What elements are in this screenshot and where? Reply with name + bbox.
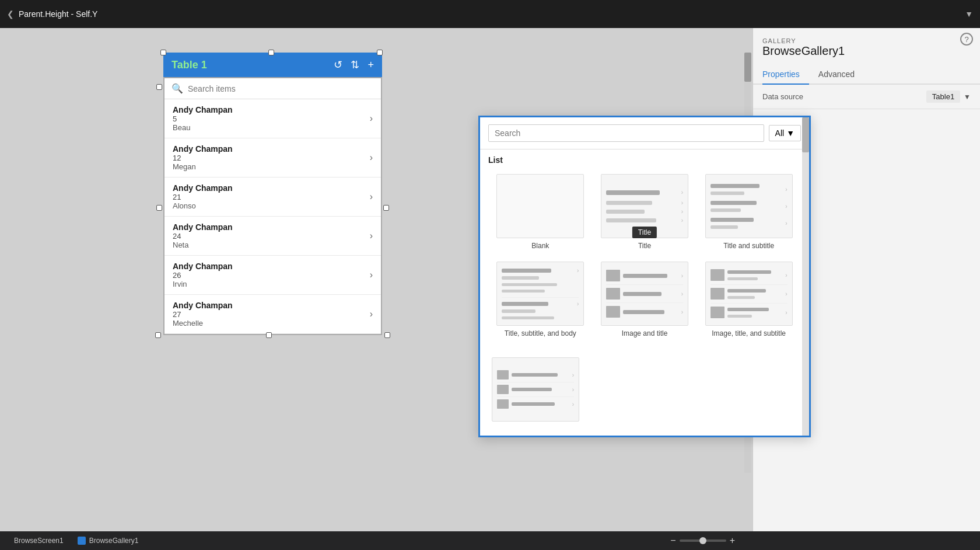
layout-image-title[interactable]: › › [593, 256, 697, 343]
gallery-body: 🔍 Andy Champan 5 Beau › Andy Champan 12 [163, 77, 382, 335]
scroll-thumb[interactable] [744, 53, 751, 82]
layout-title[interactable]: › › › › [593, 168, 697, 256]
zoom-plus-btn[interactable]: + [730, 535, 735, 546]
title-label: Title [638, 242, 651, 250]
gallery-tab-icon [78, 537, 86, 545]
datasource-dropdown-icon[interactable]: ▼ [964, 93, 971, 101]
picker-scroll-thumb[interactable] [802, 117, 809, 152]
add-icon[interactable]: + [368, 59, 374, 71]
layout-blank[interactable]: Blank [488, 168, 593, 256]
layout-title-subtitle[interactable]: › › [696, 168, 801, 256]
handle-br[interactable] [384, 332, 390, 338]
picker-scrollbar[interactable] [802, 117, 809, 436]
handle-tl[interactable] [160, 50, 166, 55]
title-subtitle-body-thumb: › › [496, 262, 584, 326]
search-input[interactable] [188, 84, 374, 93]
chevron-right-icon: › [370, 152, 373, 163]
gallery-tab[interactable]: BrowseGallery1 [71, 534, 146, 547]
blank-label: Blank [531, 242, 549, 250]
chevron-right-icon: › [370, 231, 373, 241]
formula-dropdown-icon[interactable]: ▼ [965, 9, 973, 19]
list-item[interactable]: Andy Champan 26 Irvin › [164, 256, 381, 295]
blank-thumb [496, 174, 584, 238]
layout-title-subtitle-body[interactable]: › › Title, subtitle, and body [488, 256, 593, 343]
handle-tr[interactable] [377, 50, 383, 55]
gallery-tab-label: BrowseGallery1 [89, 537, 139, 545]
zoom-controls: − + [670, 535, 735, 546]
list-item[interactable]: Andy Champan 27 Mechelle › [164, 295, 381, 334]
title-subtitle-label: Title and subtitle [723, 242, 774, 250]
panel-tabs: Properties Advanced [753, 65, 980, 85]
handle-tm[interactable] [268, 50, 274, 55]
picker-section-label: List [480, 149, 809, 168]
gallery-title: Table 1 [172, 59, 207, 71]
zoom-minus-btn[interactable]: − [670, 535, 676, 546]
panel-title: BrowseGallery1 [762, 44, 971, 58]
title-tooltip: Title [632, 227, 657, 238]
formula-chevron-icon: ❮ [7, 9, 14, 19]
gallery-header: Table 1 ↺ ⇅ + [163, 53, 382, 77]
gallery-container: Table 1 ↺ ⇅ + 🔍 Andy Champan 5 [163, 53, 382, 335]
handle-mr2[interactable] [383, 205, 389, 211]
list-item[interactable]: Andy Champan 21 Alonso › [164, 177, 381, 217]
layout-image-rows[interactable]: › › [488, 351, 801, 427]
formula-text: Parent.Height - Self.Y [19, 9, 960, 19]
image-title-subtitle-label: Image, title, and subtitle [712, 329, 786, 337]
picker-search-input[interactable] [488, 124, 764, 142]
image-title-subtitle-thumb: › › [705, 262, 793, 326]
image-rows-thumb: › › [492, 357, 579, 422]
list-item[interactable]: Andy Champan 24 Neta › [164, 217, 381, 256]
panel-header: GALLERY BrowseGallery1 [753, 28, 980, 60]
chevron-right-icon: › [370, 270, 373, 280]
help-icon[interactable]: ? [960, 33, 973, 46]
bottom-bar: BrowseScreen1 BrowseGallery1 − + [0, 531, 980, 550]
search-bar: 🔍 [164, 78, 381, 99]
zoom-slider-thumb[interactable] [699, 537, 706, 544]
picker-filter[interactable]: All ▼ [769, 125, 801, 141]
image-title-label: Image and title [622, 329, 668, 337]
layout-picker: All ▼ List Blank › [478, 116, 811, 437]
image-title-thumb: › › [601, 262, 688, 326]
handle-ml2[interactable] [156, 205, 162, 211]
picker-filter-label: All [775, 128, 785, 138]
datasource-row: Data source Table1 ▼ [753, 85, 980, 109]
zoom-slider-track[interactable] [680, 539, 726, 542]
list-item[interactable]: Andy Champan 5 Beau › [164, 99, 381, 138]
datasource-label: Data source [762, 92, 803, 101]
gallery-header-icons: ↺ ⇅ + [334, 58, 374, 71]
tab-advanced[interactable]: Advanced [818, 65, 864, 85]
handle-bl[interactable] [155, 332, 161, 338]
title-subtitle-body-label: Title, subtitle, and body [505, 329, 576, 337]
refresh-icon[interactable]: ↺ [334, 58, 342, 71]
picker-filter-chevron: ▼ [786, 128, 794, 138]
canvas-area: Table 1 ↺ ⇅ + 🔍 Andy Champan 5 [0, 28, 980, 531]
chevron-right-icon: › [370, 192, 373, 202]
datasource-value[interactable]: Table1 [926, 90, 960, 103]
picker-grid: Blank › › [480, 168, 809, 351]
sort-icon[interactable]: ⇅ [351, 58, 359, 71]
formula-bar: ❮ Parent.Height - Self.Y ▼ [0, 0, 980, 28]
screen-tab[interactable]: BrowseScreen1 [7, 534, 71, 547]
search-icon: 🔍 [172, 83, 183, 94]
chevron-right-icon: › [370, 309, 373, 319]
picker-search-row: All ▼ [480, 117, 809, 149]
title-subtitle-thumb: › › [705, 174, 793, 238]
layout-image-title-subtitle[interactable]: › › [696, 256, 801, 343]
chevron-right-icon: › [370, 113, 373, 124]
handle-ml[interactable] [156, 84, 162, 90]
handle-bm[interactable] [266, 332, 272, 338]
panel-label: GALLERY [762, 37, 971, 44]
picker-bottom-row: › › [480, 351, 809, 436]
tab-properties[interactable]: Properties [762, 65, 809, 85]
list-item[interactable]: Andy Champan 12 Megan › [164, 138, 381, 177]
